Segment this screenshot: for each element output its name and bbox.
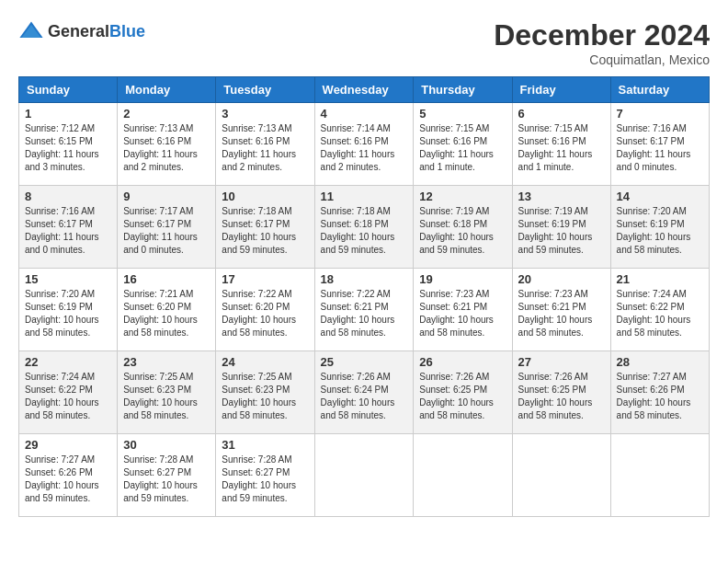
day-number: 14 (617, 190, 703, 203)
calendar-week-row: 15Sunrise: 7:20 AMSunset: 6:19 PMDayligh… (19, 269, 710, 351)
day-info: Sunrise: 7:15 AMSunset: 6:16 PMDaylight:… (518, 122, 605, 174)
table-row (314, 434, 414, 517)
day-number: 7 (617, 107, 703, 121)
table-row: 25Sunrise: 7:26 AMSunset: 6:24 PMDayligh… (314, 351, 414, 434)
calendar: Sunday Monday Tuesday Wednesday Thursday… (18, 76, 710, 517)
table-row (414, 434, 512, 517)
table-row (512, 434, 610, 517)
day-number: 26 (419, 355, 506, 369)
table-row: 5Sunrise: 7:15 AMSunset: 6:16 PMDaylight… (414, 103, 512, 186)
day-info: Sunrise: 7:27 AMSunset: 6:26 PMDaylight:… (25, 454, 111, 505)
table-row: 6Sunrise: 7:15 AMSunset: 6:16 PMDaylight… (512, 103, 610, 186)
day-number: 21 (617, 272, 703, 286)
table-row: 15Sunrise: 7:20 AMSunset: 6:19 PMDayligh… (19, 269, 118, 351)
col-sunday: Sunday (19, 77, 118, 103)
col-wednesday: Wednesday (314, 77, 414, 103)
table-row: 26Sunrise: 7:26 AMSunset: 6:25 PMDayligh… (414, 351, 512, 434)
title-area: December 2024 Coquimatlan, Mexico (494, 18, 710, 67)
table-row: 7Sunrise: 7:16 AMSunset: 6:17 PMDaylight… (610, 103, 709, 186)
day-number: 31 (222, 438, 308, 452)
day-number: 2 (123, 107, 210, 121)
table-row: 14Sunrise: 7:20 AMSunset: 6:19 PMDayligh… (610, 186, 709, 269)
day-info: Sunrise: 7:25 AMSunset: 6:23 PMDaylight:… (222, 371, 308, 422)
table-row: 29Sunrise: 7:27 AMSunset: 6:26 PMDayligh… (19, 434, 118, 517)
day-info: Sunrise: 7:26 AMSunset: 6:25 PMDaylight:… (419, 371, 506, 422)
table-row: 16Sunrise: 7:21 AMSunset: 6:20 PMDayligh… (118, 269, 216, 351)
day-info: Sunrise: 7:17 AMSunset: 6:17 PMDaylight:… (123, 205, 210, 257)
day-info: Sunrise: 7:21 AMSunset: 6:20 PMDaylight:… (123, 288, 210, 339)
day-number: 11 (321, 190, 408, 203)
header: GeneralBlue December 2024 Coquimatlan, M… (18, 18, 710, 67)
day-number: 23 (123, 355, 210, 369)
table-row: 13Sunrise: 7:19 AMSunset: 6:19 PMDayligh… (512, 186, 610, 269)
calendar-week-row: 8Sunrise: 7:16 AMSunset: 6:17 PMDaylight… (19, 186, 710, 269)
table-row: 28Sunrise: 7:27 AMSunset: 6:26 PMDayligh… (610, 351, 709, 434)
location: Coquimatlan, Mexico (494, 52, 710, 67)
calendar-week-row: 1Sunrise: 7:12 AMSunset: 6:15 PMDaylight… (19, 103, 710, 186)
table-row: 22Sunrise: 7:24 AMSunset: 6:22 PMDayligh… (19, 351, 118, 434)
table-row: 19Sunrise: 7:23 AMSunset: 6:21 PMDayligh… (414, 269, 512, 351)
table-row: 18Sunrise: 7:22 AMSunset: 6:21 PMDayligh… (314, 269, 414, 351)
day-number: 16 (123, 272, 210, 286)
day-number: 15 (25, 272, 111, 286)
table-row: 17Sunrise: 7:22 AMSunset: 6:20 PMDayligh… (216, 269, 314, 351)
day-number: 9 (123, 190, 210, 203)
day-info: Sunrise: 7:24 AMSunset: 6:22 PMDaylight:… (25, 371, 111, 422)
logo-text-blue: Blue (109, 22, 145, 40)
table-row: 10Sunrise: 7:18 AMSunset: 6:17 PMDayligh… (216, 186, 314, 269)
table-row: 3Sunrise: 7:13 AMSunset: 6:16 PMDaylight… (216, 103, 314, 186)
calendar-week-row: 29Sunrise: 7:27 AMSunset: 6:26 PMDayligh… (19, 434, 710, 517)
table-row: 24Sunrise: 7:25 AMSunset: 6:23 PMDayligh… (216, 351, 314, 434)
table-row: 20Sunrise: 7:23 AMSunset: 6:21 PMDayligh… (512, 269, 610, 351)
table-row (610, 434, 709, 517)
day-info: Sunrise: 7:26 AMSunset: 6:24 PMDaylight:… (321, 371, 408, 422)
day-info: Sunrise: 7:13 AMSunset: 6:16 PMDaylight:… (222, 122, 308, 174)
day-info: Sunrise: 7:20 AMSunset: 6:19 PMDaylight:… (617, 205, 703, 257)
day-info: Sunrise: 7:16 AMSunset: 6:17 PMDaylight:… (617, 122, 703, 174)
day-info: Sunrise: 7:22 AMSunset: 6:21 PMDaylight:… (321, 288, 408, 339)
calendar-week-row: 22Sunrise: 7:24 AMSunset: 6:22 PMDayligh… (19, 351, 710, 434)
table-row: 11Sunrise: 7:18 AMSunset: 6:18 PMDayligh… (314, 186, 414, 269)
day-info: Sunrise: 7:18 AMSunset: 6:18 PMDaylight:… (321, 205, 408, 257)
day-number: 30 (123, 438, 210, 452)
day-info: Sunrise: 7:12 AMSunset: 6:15 PMDaylight:… (25, 122, 111, 174)
logo-text-general: General (48, 22, 109, 40)
table-row: 9Sunrise: 7:17 AMSunset: 6:17 PMDaylight… (118, 186, 216, 269)
day-number: 20 (518, 272, 605, 286)
day-info: Sunrise: 7:23 AMSunset: 6:21 PMDaylight:… (518, 288, 605, 339)
day-number: 22 (25, 355, 111, 369)
day-number: 28 (617, 355, 703, 369)
day-number: 5 (419, 107, 506, 121)
table-row: 2Sunrise: 7:13 AMSunset: 6:16 PMDaylight… (118, 103, 216, 186)
day-info: Sunrise: 7:26 AMSunset: 6:25 PMDaylight:… (518, 371, 605, 422)
day-info: Sunrise: 7:13 AMSunset: 6:16 PMDaylight:… (123, 122, 210, 174)
day-info: Sunrise: 7:28 AMSunset: 6:27 PMDaylight:… (222, 454, 308, 505)
day-number: 10 (222, 190, 308, 203)
table-row: 8Sunrise: 7:16 AMSunset: 6:17 PMDaylight… (19, 186, 118, 269)
table-row: 4Sunrise: 7:14 AMSunset: 6:16 PMDaylight… (314, 103, 414, 186)
table-row: 12Sunrise: 7:19 AMSunset: 6:18 PMDayligh… (414, 186, 512, 269)
table-row: 30Sunrise: 7:28 AMSunset: 6:27 PMDayligh… (118, 434, 216, 517)
day-info: Sunrise: 7:19 AMSunset: 6:19 PMDaylight:… (518, 205, 605, 257)
table-row: 31Sunrise: 7:28 AMSunset: 6:27 PMDayligh… (216, 434, 314, 517)
day-number: 25 (321, 355, 408, 369)
table-row: 23Sunrise: 7:25 AMSunset: 6:23 PMDayligh… (118, 351, 216, 434)
day-info: Sunrise: 7:27 AMSunset: 6:26 PMDaylight:… (617, 371, 703, 422)
day-number: 8 (25, 190, 111, 203)
day-info: Sunrise: 7:24 AMSunset: 6:22 PMDaylight:… (617, 288, 703, 339)
table-row: 21Sunrise: 7:24 AMSunset: 6:22 PMDayligh… (610, 269, 709, 351)
day-info: Sunrise: 7:20 AMSunset: 6:19 PMDaylight:… (25, 288, 111, 339)
col-tuesday: Tuesday (216, 77, 314, 103)
col-saturday: Saturday (610, 77, 709, 103)
col-friday: Friday (512, 77, 610, 103)
day-info: Sunrise: 7:19 AMSunset: 6:18 PMDaylight:… (419, 205, 506, 257)
day-info: Sunrise: 7:18 AMSunset: 6:17 PMDaylight:… (222, 205, 308, 257)
day-number: 1 (25, 107, 111, 121)
col-thursday: Thursday (414, 77, 512, 103)
day-number: 24 (222, 355, 308, 369)
day-number: 4 (321, 107, 408, 121)
day-number: 27 (518, 355, 605, 369)
day-number: 17 (222, 272, 308, 286)
logo-icon (18, 18, 44, 44)
day-number: 12 (419, 190, 506, 203)
